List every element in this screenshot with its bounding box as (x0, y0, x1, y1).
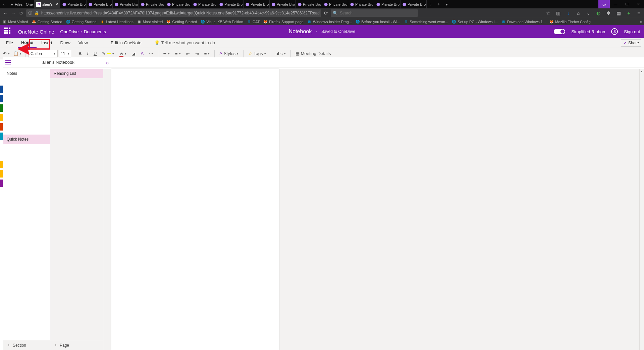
window-maximize[interactable]: ☐ (621, 0, 633, 8)
notebook-color-tab[interactable] (0, 170, 3, 178)
library-icon[interactable]: ▥ (555, 10, 561, 16)
browser-tab[interactable]: ⬤Private Bro (400, 0, 427, 8)
notebook-color-tab[interactable] (0, 95, 3, 102)
browser-tab[interactable]: ⬤Private Bro (113, 0, 139, 8)
add-page-button[interactable]: ＋ Page (50, 340, 103, 350)
home-icon[interactable]: ⌂ (575, 10, 582, 16)
scroll-up-icon[interactable]: ▴ (640, 69, 644, 73)
bookmark-item[interactable]: 🌐Getting Started (66, 19, 97, 24)
notebook-color-tab[interactable] (0, 133, 3, 140)
page-canvas[interactable]: ▴ (103, 69, 644, 350)
reload-button[interactable]: ⟳ (18, 10, 25, 16)
browser-tab[interactable]: ⬤Private Bro (322, 0, 348, 8)
browser-tab[interactable]: ⬤Private Bro (374, 0, 400, 8)
bookmark-item[interactable]: 🦊Getting Started (32, 19, 62, 24)
undo-button[interactable]: ↶▾ (2, 50, 11, 58)
bullet-list-button[interactable]: ≣▾ (161, 50, 172, 58)
bookmark-item[interactable]: ⊞CAT (247, 19, 260, 24)
tags-button[interactable]: ☆ Tags▾ (246, 50, 268, 58)
bookmark-item[interactable]: ⊞Download Windows 1... (501, 19, 546, 24)
bookmark-item[interactable]: ▣Most Visited (2, 19, 28, 24)
add-section-button[interactable]: ＋ Section (3, 340, 50, 350)
highlight-button[interactable]: ✎▾ (100, 50, 116, 58)
browser-tab[interactable]: ⬤Private Bro (191, 0, 217, 8)
forward-button[interactable]: → (10, 10, 17, 16)
browser-tab[interactable]: ⬤Private Bro (296, 0, 322, 8)
font-color-button[interactable]: A▾ (117, 50, 128, 58)
spellcheck-button[interactable]: abc▾ (274, 50, 288, 58)
bookmarks-overflow-icon[interactable]: » (640, 19, 642, 24)
reload-button-inline[interactable]: ⟳ (323, 10, 329, 16)
addon-icon[interactable]: ▦ (615, 10, 622, 16)
notebook-name[interactable]: alien's Notebook (42, 60, 74, 65)
hamburger-menu-icon[interactable]: ≡ (635, 10, 642, 16)
browser-tab[interactable]: ⬤Private Bro (217, 0, 244, 8)
browser-tab[interactable]: ⬤Private Bro (139, 0, 165, 8)
addon-icon[interactable]: ● (625, 10, 632, 16)
bookmark-item[interactable]: 🌐Visual KB Web Edition (200, 19, 243, 24)
signout-link[interactable]: Sign out (624, 29, 640, 34)
close-icon[interactable]: ✕ (55, 2, 58, 6)
section-item[interactable]: Quick Notes (3, 135, 50, 144)
bold-button[interactable]: B (76, 50, 84, 58)
page-sheet[interactable] (111, 69, 279, 350)
font-name-selector[interactable]: Calibri▾ (28, 50, 58, 57)
browser-tab[interactable]: ⬤Private Bro (60, 0, 87, 8)
tab-insert[interactable]: Insert (38, 38, 56, 48)
bookmark-item[interactable]: 🌐Set up PC - Windows I... (451, 19, 498, 24)
search-bar[interactable]: 🔍 (331, 9, 418, 17)
paste-button[interactable]: 📋▾ (12, 50, 22, 58)
bookmark-item[interactable]: 🦊Firefox Support page (263, 19, 304, 24)
browser-tab[interactable]: ☁ Files - One (8, 0, 34, 8)
breadcrumb-item[interactable]: Documents (84, 29, 106, 34)
bookmark-item[interactable]: ⊞Windows Insider Prog... (307, 19, 352, 24)
download-icon[interactable]: ↓ (565, 10, 572, 16)
tab-home[interactable]: Home (18, 38, 37, 48)
info-icon[interactable]: ⓘ (28, 10, 32, 16)
underline-button[interactable]: U (92, 50, 99, 58)
tell-me-search[interactable]: 💡 Tell me what you want to do (154, 40, 215, 45)
bookmark-item[interactable]: 🦊Getting Started (166, 19, 197, 24)
simplified-ribbon-toggle[interactable] (554, 29, 565, 34)
browser-tab[interactable]: N alien's ✕ (34, 0, 60, 8)
skype-icon[interactable]: S (611, 28, 618, 35)
browser-tab[interactable]: ⬤Private Bro (244, 0, 270, 8)
notebook-color-tab[interactable] (0, 114, 3, 121)
bookmark-item[interactable]: ▮Latest Headlines (100, 19, 133, 24)
bookmark-item[interactable]: ⊞Something went wron... (404, 19, 448, 24)
font-size-selector[interactable]: 11▾ (59, 50, 71, 57)
back-button[interactable]: ← (2, 10, 9, 16)
notebook-color-tab[interactable] (0, 180, 3, 187)
all-tabs-button[interactable]: ▾ (443, 0, 451, 8)
pocket-icon[interactable]: ⌄ (585, 10, 592, 16)
window-minimize[interactable]: — (610, 0, 621, 8)
share-button[interactable]: ↗ Share (621, 39, 641, 47)
url-bar[interactable]: ⓘ 🔒 https://onedrive.live.com/redir?resi… (26, 9, 321, 17)
tab-scroll-left[interactable]: ‹ (0, 0, 8, 8)
outdent-button[interactable]: ⇤ (184, 50, 192, 58)
browser-tab[interactable]: ⬤Private Bro (270, 0, 296, 8)
notebook-color-tab[interactable] (0, 104, 3, 112)
tab-scroll-right[interactable]: › (427, 0, 435, 8)
more-font-options[interactable]: ⋯ (147, 50, 155, 58)
tab-view[interactable]: View (75, 38, 91, 48)
number-list-button[interactable]: ≡▾ (173, 50, 183, 58)
clear-formatting-button[interactable]: ◢ (130, 50, 137, 58)
tab-draw[interactable]: Draw (57, 38, 74, 48)
nav-toggle-button[interactable] (5, 59, 12, 66)
tab-file[interactable]: File (3, 38, 16, 48)
align-button[interactable]: ≡▾ (202, 50, 212, 58)
bookmark-item[interactable]: ▣Most Visited (137, 19, 163, 24)
bookmark-item[interactable]: 🦊Mozilla Firefox Config (549, 19, 591, 24)
browser-tab[interactable]: ⬤Private Bro (348, 0, 374, 8)
addon-icon[interactable]: ◐ (595, 10, 602, 16)
breadcrumb-item[interactable]: OneDrive (60, 29, 79, 34)
notebook-color-tab[interactable] (0, 86, 3, 93)
meeting-details-button[interactable]: ▦ Meeting Details (293, 50, 333, 58)
styles-button[interactable]: A Styles▾ (217, 50, 240, 58)
notebook-color-tab[interactable] (0, 161, 3, 168)
italic-button[interactable]: I (85, 50, 90, 58)
addon-icon[interactable]: ✱ (605, 10, 612, 16)
indent-button[interactable]: ⇥ (193, 50, 201, 58)
new-tab-button[interactable]: ＋ (435, 0, 443, 8)
